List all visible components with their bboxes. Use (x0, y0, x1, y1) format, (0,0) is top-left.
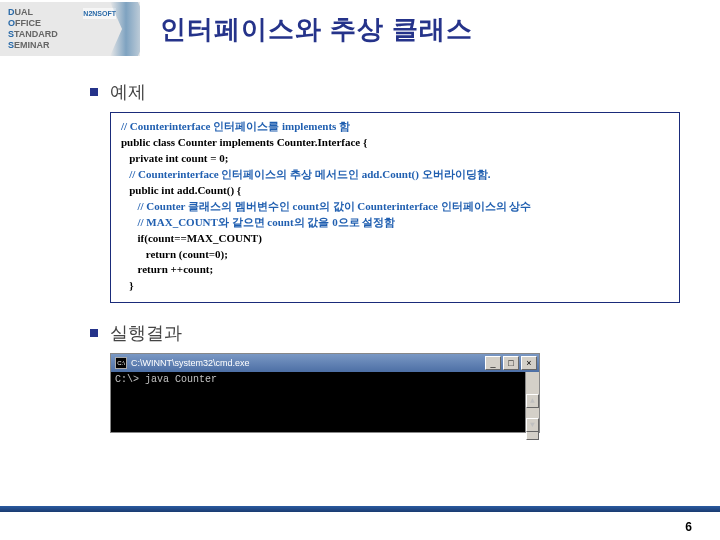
scroll-up-icon[interactable]: ▲ (526, 394, 539, 408)
maximize-button[interactable]: □ (503, 356, 519, 370)
minimize-button[interactable]: _ (485, 356, 501, 370)
console-titlebar: C:\WINNT\system32\cmd.exe _ □ × (111, 354, 539, 372)
code-line: public int add.Count() { (121, 184, 241, 196)
code-line: } (121, 279, 134, 291)
logo-block: N2NSOFT DUAL OFFICE STANDARD SEMINAR (0, 2, 140, 56)
section-example-head: 예제 (90, 80, 680, 104)
slide-title: 인터페이스와 추상 클래스 (160, 12, 473, 47)
window-buttons: _ □ × (485, 356, 537, 370)
code-line: return (count=0); (121, 248, 228, 260)
bullet-icon (90, 88, 98, 96)
page-number: 6 (685, 520, 692, 534)
bullet-icon (90, 329, 98, 337)
close-button[interactable]: × (521, 356, 537, 370)
code-line: public class Counter implements Counter.… (121, 136, 367, 148)
code-comment: // Counterinterface 인터페이스를 implements 함 (121, 120, 350, 132)
code-line: return ++count; (121, 263, 213, 275)
footer-divider (0, 506, 720, 512)
console-title-text: C:\WINNT\system32\cmd.exe (131, 358, 485, 368)
section-example-label: 예제 (110, 80, 146, 104)
code-comment: // Counter 클래스의 멤버변수인 count의 값이 Counteri… (121, 200, 531, 212)
console-body: C:\> java Counter ▲ ▼ (111, 372, 539, 432)
code-comment: // MAX_COUNT와 같으면 count의 값을 0으로 설정함 (121, 216, 395, 228)
vertical-scrollbar[interactable]: ▲ ▼ (525, 372, 539, 432)
console-window: C:\WINNT\system32\cmd.exe _ □ × C:\> jav… (110, 353, 540, 433)
cmd-icon (115, 357, 127, 369)
console-output: C:\> java Counter (115, 374, 217, 385)
scroll-down-icon[interactable]: ▼ (526, 418, 539, 432)
slide-header: N2NSOFT DUAL OFFICE STANDARD SEMINAR 인터페… (0, 0, 720, 58)
code-line: private int count = 0; (121, 152, 228, 164)
slide-content: 예제 // Counterinterface 인터페이스를 implements… (0, 58, 720, 433)
brand-label: N2NSOFT (83, 8, 116, 19)
code-box: // Counterinterface 인터페이스를 implements 함 … (110, 112, 680, 303)
section-result-label: 실행결과 (110, 321, 182, 345)
code-line: if(count==MAX_COUNT) (121, 232, 262, 244)
code-comment: // Counterinterface 인터페이스의 추상 메서드인 add.C… (121, 168, 490, 180)
section-result-head: 실행결과 (90, 321, 680, 345)
